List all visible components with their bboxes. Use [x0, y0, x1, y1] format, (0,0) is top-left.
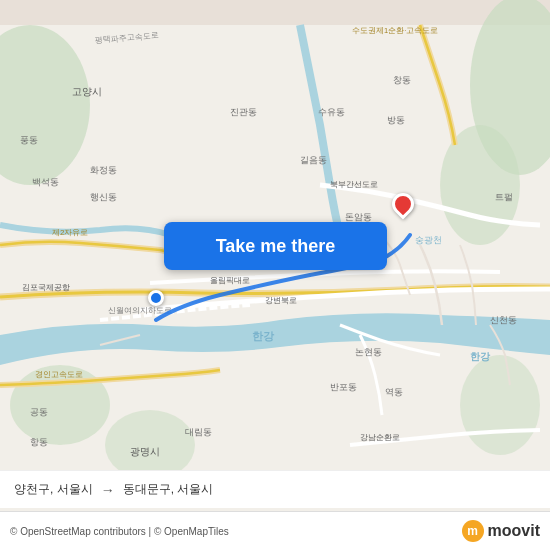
moovit-brand-name: moovit — [488, 522, 540, 540]
svg-text:올림픽대로: 올림픽대로 — [210, 276, 250, 285]
moovit-logo-icon: m — [462, 520, 484, 542]
origin-marker — [148, 290, 164, 306]
svg-text:숭광천: 숭광천 — [415, 235, 442, 245]
svg-text:신월여의지하도로: 신월여의지하도로 — [108, 306, 172, 315]
take-me-there-button[interactable]: Take me there — [164, 222, 387, 270]
route-bar: 양천구, 서울시 → 동대문구, 서울시 — [0, 470, 550, 508]
svg-text:풍동: 풍동 — [20, 135, 38, 145]
svg-text:행신동: 행신동 — [90, 192, 117, 202]
svg-text:제2자유로: 제2자유로 — [52, 228, 88, 237]
svg-text:경인고속도로: 경인고속도로 — [35, 370, 83, 379]
svg-text:대림동: 대림동 — [185, 427, 212, 437]
svg-text:강남순환로: 강남순환로 — [360, 433, 400, 442]
svg-text:역동: 역동 — [385, 387, 403, 397]
map-container: 평택파주고속도로 고양시 풍동 백석동 화정동 행신동 제2자유로 김포국제공항… — [0, 0, 550, 550]
svg-text:길음동: 길음동 — [300, 155, 327, 165]
moovit-logo: m moovit — [462, 520, 540, 542]
destination-pin — [387, 188, 418, 219]
svg-text:수도권제1순환·고속도로: 수도권제1순환·고속도로 — [352, 26, 438, 35]
svg-text:북부간선도로: 북부간선도로 — [330, 180, 378, 189]
svg-text:백석동: 백석동 — [32, 177, 59, 187]
svg-point-6 — [460, 355, 540, 455]
svg-text:트펄: 트펄 — [495, 192, 513, 202]
svg-text:김포국제공항: 김포국제공항 — [22, 283, 70, 292]
svg-text:신천동: 신천동 — [490, 315, 517, 325]
svg-text:돈암동: 돈암동 — [345, 212, 372, 222]
svg-text:강변북로: 강변북로 — [265, 296, 297, 305]
destination-marker — [392, 193, 414, 221]
svg-text:진관동: 진관동 — [230, 107, 257, 117]
bottom-bar: © OpenStreetMap contributors | © OpenMap… — [0, 511, 550, 550]
attribution-text: © OpenStreetMap contributors | © OpenMap… — [10, 526, 229, 537]
svg-text:공동: 공동 — [30, 407, 48, 417]
arrow-icon: → — [101, 482, 115, 498]
svg-text:방동: 방동 — [387, 115, 405, 125]
svg-text:반포동: 반포동 — [330, 382, 357, 392]
svg-text:수유동: 수유동 — [318, 107, 345, 117]
svg-text:고양시: 고양시 — [72, 86, 102, 97]
map-background: 평택파주고속도로 고양시 풍동 백석동 화정동 행신동 제2자유로 김포국제공항… — [0, 0, 550, 550]
from-location: 양천구, 서울시 — [14, 481, 93, 498]
svg-text:한강: 한강 — [470, 351, 491, 362]
svg-text:논현동: 논현동 — [355, 347, 382, 357]
to-location: 동대문구, 서울시 — [123, 481, 214, 498]
svg-text:항동: 항동 — [30, 437, 48, 447]
svg-text:광명시: 광명시 — [130, 446, 160, 457]
svg-text:창동: 창동 — [393, 75, 411, 85]
svg-text:한강: 한강 — [252, 330, 275, 342]
svg-text:화정동: 화정동 — [90, 165, 117, 175]
